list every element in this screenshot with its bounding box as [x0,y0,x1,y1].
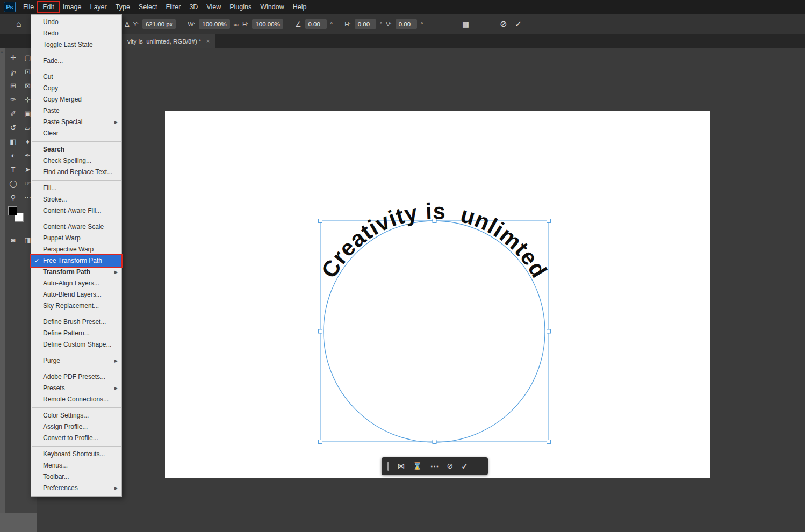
v-skew-field[interactable]: 0.00 [396,19,417,29]
menu-item-define-pattern[interactable]: Define Pattern... [31,328,121,339]
eyedropper-tool-icon[interactable]: ✑ [6,93,20,106]
menu-item-paste[interactable]: Paste [31,105,121,117]
menu-item-keyboard-shortcuts[interactable]: Keyboard Shortcuts... [31,449,121,460]
menu-item-stroke[interactable]: Stroke... [31,194,121,205]
height-field[interactable]: 100.00% [252,19,283,29]
menu-image[interactable]: Image [59,2,86,12]
menu-item-undo[interactable]: Undo [31,17,121,28]
more-options-icon[interactable]: ⋯ [430,457,439,475]
menu-type[interactable]: Type [111,2,134,12]
zoom-tool-icon[interactable]: ⚲ [6,191,20,204]
menu-item-auto-align-layers[interactable]: Auto-Align Layers... [31,278,121,289]
v-skew-label: V: [386,21,391,27]
handle-middle-left[interactable] [319,329,322,333]
menu-item-assign-profile[interactable]: Assign Profile... [31,421,121,433]
warp-mode-icon[interactable]: ▦ [462,14,469,34]
menu-plugins[interactable]: Plugins [225,2,256,12]
menu-item-find-replace-text[interactable]: Find and Replace Text... [31,167,121,178]
menu-layer[interactable]: Layer [85,2,111,12]
menu-item-paste-special[interactable]: Paste Special▶ [31,117,121,128]
cancel-icon[interactable]: ⊘ [447,457,453,475]
menu-3d[interactable]: 3D [185,2,202,12]
menu-item-color-settings[interactable]: Color Settings... [31,410,121,421]
menu-filter[interactable]: Filter [162,2,185,12]
menu-item-presets[interactable]: Presets▶ [31,383,121,394]
menu-edit[interactable]: Edit [38,2,59,12]
menu-item-menus[interactable]: Menus... [31,460,121,471]
menu-file[interactable]: File [19,2,38,12]
menu-help[interactable]: Help [289,2,311,12]
foreground-color-swatch[interactable] [8,206,17,215]
relative-position-icon[interactable]: Δ [125,20,130,28]
lasso-tool-icon[interactable]: ℘ [6,65,20,78]
handle-bottom-left[interactable] [319,440,322,444]
h-skew-field[interactable]: 0.00 [355,19,376,29]
width-field[interactable]: 100.00% [199,19,229,29]
menu-item-define-custom-shape[interactable]: Define Custom Shape... [31,339,121,350]
v-skew-degree-label: ° [421,21,423,27]
commit-transform-icon[interactable]: ✓ [515,14,522,34]
document-canvas[interactable]: Creativity is unlimted ⋈ ⌛ ⋯ ⊘ ✓ [165,111,710,478]
menu-item-copy-merged[interactable]: Copy Merged [31,94,121,105]
flip-vertical-icon[interactable]: ⌛ [413,457,422,475]
curved-text-layer[interactable]: Creativity is unlimted [165,111,595,336]
commit-icon[interactable]: ✓ [461,457,468,475]
menu-separator [32,53,121,53]
link-dimensions-icon[interactable]: ∞ [234,20,239,28]
cancel-transform-icon[interactable]: ⊘ [500,14,507,34]
document-tab-title: vity is unlimted, RGB/8#) * [127,38,201,45]
collapse-panel-icon[interactable]: « [1,49,3,55]
menu-select[interactable]: Select [134,2,162,12]
menu-item-transform-path[interactable]: Transform Path▶ [31,267,121,278]
document-tab[interactable]: vity is unlimted, RGB/8#) * × [122,34,215,48]
handle-bottom-right[interactable] [547,440,551,444]
menu-item-puppet-warp[interactable]: Puppet Warp [31,233,121,244]
menu-item-auto-blend-layers[interactable]: Auto-Blend Layers... [31,289,121,300]
home-icon[interactable]: ⌂ [16,14,21,34]
menu-item-adobe-pdf-presets[interactable]: Adobe PDF Presets... [31,371,121,383]
menu-item-convert-to-profile[interactable]: Convert to Profile... [31,433,121,444]
menu-item-clear[interactable]: Clear [31,128,121,139]
shape-tool-icon[interactable]: ◯ [6,177,20,190]
menu-view[interactable]: View [202,2,225,12]
history-brush-tool-icon[interactable]: ↺ [6,121,20,134]
move-tool-icon[interactable]: ✛ [6,51,20,64]
flip-horizontal-icon[interactable]: ⋈ [397,457,405,475]
menu-item-copy[interactable]: Copy [31,83,121,94]
tab-close-icon[interactable]: × [206,38,210,45]
y-position-field[interactable]: 621.00 px [142,19,176,29]
menu-item-toolbar[interactable]: Toolbar... [31,471,121,483]
menu-window[interactable]: Window [256,2,288,12]
h-skew-label: H: [344,21,351,27]
menu-item-content-aware-fill[interactable]: Content-Aware Fill... [31,205,121,217]
menu-item-redo[interactable]: Redo [31,28,121,39]
handle-bottom-center[interactable] [433,440,436,444]
menu-item-fill[interactable]: Fill... [31,183,121,194]
type-tool-icon[interactable]: T [6,163,20,176]
menu-item-fade[interactable]: Fade... [31,55,121,67]
menu-item-preferences[interactable]: Preferences▶ [31,483,121,494]
gradient-tool-icon[interactable]: ◧ [6,135,20,148]
menu-item-define-brush-preset[interactable]: Define Brush Preset... [31,317,121,328]
menu-item-content-aware-scale[interactable]: Content-Aware Scale [31,221,121,233]
handle-top-right[interactable] [547,219,551,223]
menu-item-cut[interactable]: Cut [31,71,121,83]
menu-item-perspective-warp[interactable]: Perspective Warp [31,244,121,255]
brush-tool-icon[interactable]: ✐ [6,107,20,120]
menu-item-free-transform-path[interactable]: ✓Free Transform Path [31,255,121,267]
menu-item-toggle-last-state[interactable]: Toggle Last State [31,39,121,51]
drag-handle[interactable] [387,462,389,471]
quick-mask-icon[interactable]: ◙ [6,233,20,246]
dodge-tool-icon[interactable]: ◐ [6,149,20,162]
menu-item-sky-replacement[interactable]: Sky Replacement... [31,300,121,312]
menu-item-search[interactable]: Search [31,144,121,155]
photoshop-window: { "app": { "logo_text": "Ps" }, "menubar… [0,0,805,532]
angle-field[interactable]: 0.00 [305,19,327,29]
panel-edge-strip: « [0,48,5,532]
handle-top-left[interactable] [319,219,322,223]
menu-item-check-spelling[interactable]: Check Spelling... [31,155,121,167]
height-label: H: [242,21,249,27]
menu-item-remote-connections[interactable]: Remote Connections... [31,394,121,405]
menu-item-purge[interactable]: Purge▶ [31,355,121,366]
crop-tool-icon[interactable]: ⊞ [6,79,20,92]
